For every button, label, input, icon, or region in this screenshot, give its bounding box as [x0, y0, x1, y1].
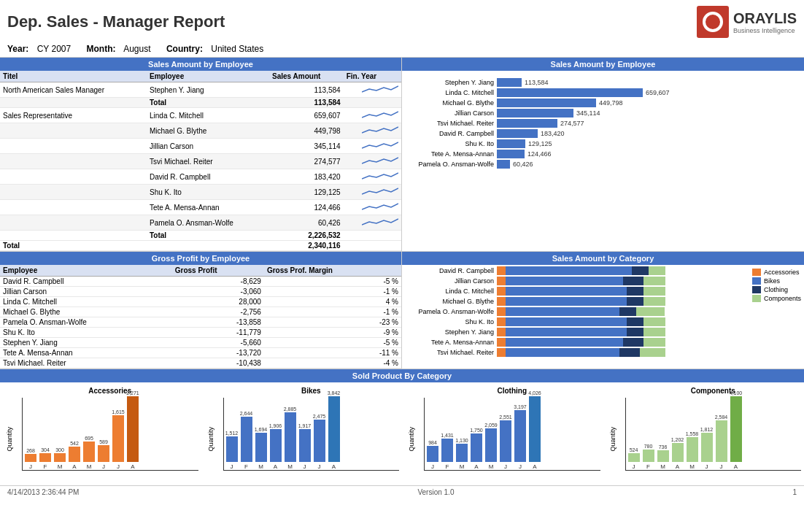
- stacked-bar: [497, 317, 665, 326]
- bar-fill: [643, 450, 654, 462]
- gp-col-margin: Gross Prof. Margin: [264, 265, 401, 277]
- cell-fin-year: [344, 169, 401, 185]
- gp-col-profit: Gross Profit: [172, 265, 264, 277]
- cat-bar-label: Stephen Y. Jiang: [402, 328, 497, 336]
- cell-fin-year: [344, 154, 401, 169]
- stacked-bar-row: Stephen Y. Jiang: [402, 328, 749, 336]
- cell-amount: 449,798: [269, 123, 344, 139]
- bar-col-label: J: [231, 463, 233, 470]
- cell-margin: 4 %: [264, 297, 401, 307]
- bar-col: 2,271 A: [126, 390, 139, 470]
- bar-fill: [485, 428, 497, 462]
- cell-margin: -23 %: [264, 317, 401, 328]
- country-label: Country:: [166, 44, 203, 54]
- legend-label: Bikes: [764, 277, 780, 285]
- gp-table: Employee Gross Profit Gross Prof. Margin…: [0, 265, 401, 369]
- table-row: Pamela O. Ansman-Wolfe 60,426: [0, 215, 401, 231]
- logo-name: ORAYLIS: [733, 10, 797, 26]
- bar-col-value: 2,885: [284, 406, 297, 412]
- bar-col-label: M: [58, 463, 63, 470]
- accessories-bar: [497, 266, 506, 275]
- bar-col-value: 2,551: [499, 415, 512, 420]
- chart-wrapper: Quantity 268 J 304 F 300 M 542: [22, 398, 198, 471]
- bar-value: 129,125: [528, 140, 552, 147]
- table-row: Tete A. Mensa-Annan -13,720 -11 %: [0, 348, 401, 358]
- bikes-bar: [506, 307, 619, 316]
- bar-col-label: J: [633, 463, 635, 470]
- bar-col-label: J: [431, 463, 434, 470]
- bar-fill: [514, 410, 526, 462]
- category-header: Sales Amount by Category: [402, 252, 804, 265]
- cell-employee: Stephen Y. Jiang: [147, 82, 269, 98]
- footer: 4/14/2013 2:36:44 PM Version 1.0 1: [0, 485, 804, 498]
- bar-col-label: A: [533, 463, 536, 470]
- accessories-bar: [497, 307, 506, 316]
- bar-row: Tete A. Mensa-Annan 124,466: [409, 150, 797, 158]
- table-row: Total 2,340,116: [0, 241, 401, 251]
- bar-fill: [241, 417, 252, 462]
- bar-col-value: 736: [659, 444, 668, 450]
- cell-amount: 274,577: [269, 154, 344, 169]
- bar-col-label: M: [660, 463, 665, 470]
- bar-col: 1,615 J: [112, 409, 125, 470]
- cell-margin: -5 %: [264, 277, 401, 287]
- bar-col-value: 1,750: [470, 428, 483, 433]
- clothing-bar: [619, 307, 636, 316]
- main-grid: Sales Amount by Employee Titel Employee …: [0, 58, 804, 369]
- qty-label: Quantity: [207, 427, 214, 452]
- bar-col-value: 780: [644, 444, 653, 449]
- cell-titel: [0, 154, 147, 169]
- bar-col: 2,551 J: [499, 415, 512, 470]
- bar-col-label: F: [646, 463, 650, 470]
- sales-table-section: Sales Amount by Employee Titel Employee …: [0, 58, 402, 252]
- sales-bar-chart: Stephen Y. Jiang 113,584 Linda C. Mitche…: [402, 71, 804, 176]
- accessories-bar: [497, 328, 506, 336]
- cell-titel: [0, 231, 147, 241]
- bar-col-value: 4,026: [528, 390, 541, 396]
- legend-color: [752, 295, 761, 302]
- bar-col-label: M: [258, 463, 263, 470]
- stacked-bar-row: Michael G. Blythe: [402, 297, 749, 306]
- cell-employee: Jillian Carson: [0, 287, 172, 297]
- bar-col-value: 268: [26, 448, 35, 453]
- table-row: David R. Campbell 183,420: [0, 169, 401, 185]
- legend-label: Accessories: [764, 269, 800, 276]
- bar-fill: [730, 396, 742, 462]
- cell-employee: Total: [147, 98, 269, 108]
- stacked-bar: [497, 348, 665, 357]
- bar-value: 659,607: [646, 89, 670, 96]
- bar-col-label: A: [676, 463, 679, 470]
- stacked-bar: [497, 287, 665, 296]
- bikes-bar: [506, 328, 627, 336]
- bar-fill: [456, 444, 468, 462]
- sales-bar-header: Sales Amount by Employee: [402, 58, 804, 71]
- chart-area: 268 J 304 F 300 M 542 A: [22, 398, 198, 471]
- bar-col: 1,906 A: [269, 423, 282, 470]
- bar-col-value: 1,615: [112, 409, 125, 415]
- stacked-bar-row: Linda C. Mitchell: [402, 287, 749, 296]
- bar-row: Jillian Carson 345,114: [409, 109, 797, 117]
- cell-employee: Pamela O. Ansman-Wolfe: [0, 317, 172, 328]
- bar-col: 4,100 A: [730, 390, 743, 470]
- stacked-bar: [497, 297, 665, 306]
- clothing-bar: [627, 317, 643, 326]
- bar-track: 345,114: [497, 109, 797, 117]
- bar-track: 129,125: [497, 139, 797, 148]
- chart-area: 524 J 780 F 736 M 1,202 A: [625, 398, 802, 471]
- bar-col-label: J: [318, 463, 321, 470]
- table-row: Pamela O. Ansman-Wolfe -13,858 -23 %: [0, 317, 401, 328]
- cell-amount: 659,607: [269, 108, 344, 123]
- chart-area: 984 J 1,431 F 1,130 M 1,750 A: [424, 398, 600, 471]
- bar-track: 449,798: [497, 99, 797, 107]
- bar-col-label: M: [460, 463, 465, 470]
- table-row: Michael G. Blythe 449,798: [0, 123, 401, 139]
- cat-bar-label: Tete A. Mensa-Annan: [402, 339, 497, 346]
- bar-fill: [716, 420, 727, 462]
- sales-table-container: Titel Employee Sales Amount Fin. Year No…: [0, 71, 401, 251]
- bar-fill: [497, 109, 573, 117]
- bar-fill: [441, 439, 453, 462]
- stacked-bar-row: Tete A. Mensa-Annan: [402, 338, 749, 347]
- bar-col: 1,202 A: [671, 437, 684, 470]
- bar-col: 542 A: [68, 441, 81, 470]
- bar-col: 1,812 J: [700, 427, 714, 470]
